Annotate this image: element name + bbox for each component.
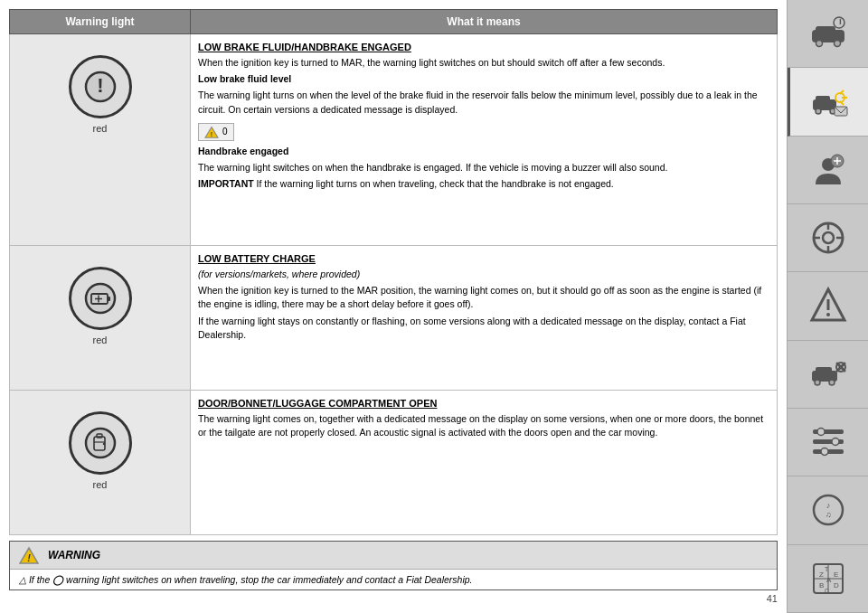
section-title-brake: LOW BRAKE FLUID/HANDBRAKE ENGAGED [198, 42, 769, 52]
battery-text-1: When the ignition key is turned to the M… [198, 284, 769, 311]
battery-circle-icon [69, 267, 132, 330]
index-icon: Z E B A D C T [808, 559, 848, 599]
svg-point-36 [823, 232, 834, 243]
table-row: red LOW BATTERY CHARGE (for versions/mar… [10, 245, 778, 390]
sidebar-btn-emergency[interactable] [788, 272, 868, 340]
icon-wrapper-battery: red [17, 253, 183, 353]
brake-text-4: IMPORTANT If the warning light turns on … [198, 177, 769, 191]
maintenance-icon [808, 354, 848, 394]
content-cell-door: DOOR/BONNET/LUGGAGE COMPARTMENT OPEN The… [191, 390, 778, 534]
emergency-icon [808, 286, 848, 325]
icon-wrapper-door: red [17, 398, 183, 497]
battery-subtitle: (for versions/markets, where provided) [198, 268, 769, 281]
battery-color-label: red [93, 335, 108, 345]
settings-icon [808, 422, 848, 462]
svg-point-24 [816, 108, 821, 114]
svg-point-47 [829, 380, 835, 385]
sidebar-btn-settings[interactable] [788, 409, 868, 476]
brake-sub-title-2: Handbrake engaged [198, 145, 769, 158]
brake-text-3: The warning light switches on when the h… [198, 161, 769, 174]
warning-header-text: WARNING [48, 549, 100, 561]
brake-sub-title-1: Low brake fluid level [198, 72, 769, 86]
sidebar-btn-safety[interactable] [788, 137, 868, 204]
svg-text:!: ! [27, 552, 31, 563]
svg-point-9 [86, 429, 115, 457]
sidebar-btn-maintenance[interactable] [788, 341, 868, 409]
sidebar-btn-multimedia[interactable]: ♪ ♫ [788, 476, 868, 544]
svg-point-18 [816, 41, 822, 47]
icon-wrapper: ! red [17, 42, 183, 141]
battery-text-2: If the warning light stays on constantly… [198, 315, 769, 342]
svg-text:B: B [819, 581, 824, 589]
content-cell-battery: LOW BATTERY CHARGE (for versions/markets… [191, 245, 778, 390]
warning-table: Warning light What it means ! red [9, 9, 778, 535]
col1-header: Warning light [10, 10, 191, 34]
icon-cell-brake: ! red [10, 34, 191, 246]
svg-text:!: ! [211, 131, 212, 137]
svg-text:♫: ♫ [825, 510, 831, 519]
sidebar-btn-controls[interactable] [788, 204, 868, 272]
multimedia-icon: ♪ ♫ [808, 490, 848, 530]
table-row: red DOOR/BONNET/LUGGAGE COMPARTMENT OPEN… [10, 390, 778, 534]
icon-cell-battery: red [10, 245, 191, 390]
brake-text-2: The warning light turns on when the leve… [198, 89, 769, 116]
warning-icon-circle: ◯ [52, 574, 63, 585]
controls-icon [808, 218, 848, 258]
door-color-label: red [93, 479, 108, 490]
safety-icon [808, 150, 848, 190]
svg-text:!: ! [97, 74, 103, 97]
svg-point-54 [817, 429, 825, 436]
car-info-icon: i [808, 14, 848, 53]
icon-color-label: red [93, 123, 108, 134]
sidebar-btn-car-info[interactable]: i [788, 0, 868, 68]
svg-point-46 [815, 380, 820, 385]
section-title-door: DOOR/BONNET/LUGGAGE COMPARTMENT OPEN [198, 398, 769, 409]
svg-point-56 [821, 448, 828, 456]
sidebar-btn-warning[interactable] [788, 68, 868, 136]
svg-rect-6 [108, 297, 110, 301]
warning-inline-icon: ! 0 [198, 123, 234, 141]
svg-rect-23 [816, 96, 830, 101]
col2-header: What it means [191, 10, 778, 34]
svg-text:D: D [834, 581, 839, 589]
door-text-1: The warning light comes on, together wit… [198, 412, 769, 439]
icon-cell-door: red [10, 390, 191, 534]
warning-body: △ If the ◯ warning light switches on whe… [10, 570, 777, 589]
svg-text:Z: Z [819, 571, 824, 579]
right-sidebar: i [787, 0, 868, 613]
sidebar-btn-index[interactable]: Z E B A D C T [788, 545, 868, 613]
warning-body-text: warning light switches on when traveling… [63, 574, 472, 585]
warning-icon-inline: △ If the [19, 574, 52, 585]
svg-text:E: E [834, 571, 838, 579]
bottom-warning: ! WARNING △ If the ◯ warning light switc… [9, 541, 778, 590]
table-row: ! red LOW BRAKE FLUID/HANDBRAKE ENGAGED … [10, 34, 778, 246]
svg-point-11 [102, 443, 104, 445]
content-cell-brake: LOW BRAKE FLUID/HANDBRAKE ENGAGED When t… [191, 34, 778, 246]
section-title-battery: LOW BATTERY CHARGE [198, 253, 769, 264]
svg-point-43 [826, 313, 830, 316]
svg-point-19 [834, 41, 840, 47]
page-number: 41 [9, 593, 778, 604]
door-circle-icon [69, 411, 132, 475]
svg-rect-17 [816, 26, 835, 33]
warning-header: ! WARNING [10, 542, 777, 570]
main-content: Warning light What it means ! red [0, 0, 787, 613]
warning-lights-icon [809, 81, 849, 121]
svg-point-55 [832, 439, 839, 446]
svg-text:A: A [826, 576, 832, 584]
svg-rect-45 [816, 367, 832, 373]
exclamation-circle-icon: ! [69, 55, 132, 118]
brake-text-1: When the ignition key is turned to MAR, … [198, 56, 769, 70]
warning-inline-text: 0 [222, 127, 228, 137]
warning-triangle-icon: ! [19, 546, 39, 564]
svg-text:♪: ♪ [826, 501, 830, 510]
